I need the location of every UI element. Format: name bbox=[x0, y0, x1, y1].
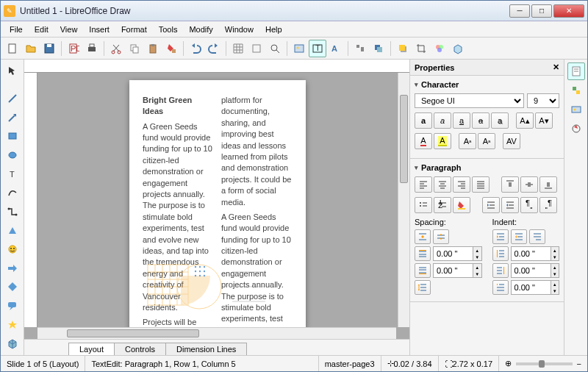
strike-button[interactable]: a bbox=[472, 112, 490, 129]
increase-indent-button[interactable] bbox=[482, 197, 500, 213]
cut-button[interactable] bbox=[107, 40, 125, 57]
menu-edit[interactable]: Edit bbox=[29, 24, 54, 35]
scrollbar-horizontal[interactable] bbox=[37, 327, 396, 339]
extrusion-button[interactable] bbox=[449, 40, 467, 57]
superscript-button[interactable]: Aa bbox=[459, 133, 476, 149]
format-paint-button[interactable] bbox=[162, 40, 180, 57]
image-button[interactable] bbox=[290, 40, 308, 57]
bullets-button[interactable] bbox=[415, 197, 432, 213]
rtl-button[interactable]: ¶ bbox=[539, 197, 557, 213]
menu-window[interactable]: Window bbox=[219, 24, 259, 35]
maximize-button[interactable]: □ bbox=[531, 4, 552, 18]
spacing-decrease-button[interactable] bbox=[433, 229, 449, 244]
sidebar-navigator-icon[interactable] bbox=[567, 120, 585, 137]
char-spacing-button[interactable]: AV bbox=[503, 133, 520, 149]
menu-tools[interactable]: Tools bbox=[153, 24, 184, 35]
zoom-button[interactable] bbox=[266, 40, 284, 57]
curve-tool[interactable] bbox=[4, 184, 21, 201]
align-vcenter-button[interactable] bbox=[520, 176, 538, 193]
ruler-horizontal[interactable] bbox=[24, 60, 409, 73]
properties-close-icon[interactable]: ✕ bbox=[553, 62, 559, 72]
bold-button[interactable]: a bbox=[415, 112, 432, 129]
menu-view[interactable]: View bbox=[54, 24, 84, 35]
tab-controls[interactable]: Controls bbox=[114, 343, 166, 355]
spacing-increase-button[interactable] bbox=[415, 229, 431, 244]
align-center-button[interactable] bbox=[434, 176, 451, 193]
align-justify-button[interactable] bbox=[472, 176, 490, 193]
open-button[interactable] bbox=[22, 40, 40, 57]
ellipse-tool[interactable] bbox=[4, 146, 21, 164]
connector-tool[interactable] bbox=[4, 203, 21, 221]
character-panel-title[interactable]: Character bbox=[415, 80, 559, 89]
sidebar-gallery-icon[interactable] bbox=[567, 101, 585, 118]
block-arrows-tool[interactable] bbox=[4, 260, 21, 277]
bg-color-button[interactable] bbox=[453, 197, 470, 213]
menu-modify[interactable]: Modify bbox=[183, 24, 218, 35]
filter-button[interactable] bbox=[431, 40, 448, 57]
paragraph-panel-title[interactable]: Paragraph bbox=[415, 163, 559, 172]
indent-increase-button[interactable] bbox=[492, 229, 509, 244]
sidebar-styles-icon[interactable] bbox=[567, 82, 585, 99]
grid-button[interactable] bbox=[229, 40, 247, 57]
menu-help[interactable]: Help bbox=[259, 24, 288, 35]
subscript-button[interactable]: Aa bbox=[478, 133, 495, 149]
drawing-canvas[interactable]: Bright Green Ideas A Green Seeds fund wo… bbox=[37, 73, 398, 327]
zoom-slider[interactable]: ⊕ − bbox=[499, 356, 587, 371]
increase-size-button[interactable]: A▴ bbox=[516, 112, 534, 129]
save-button[interactable] bbox=[40, 40, 58, 57]
crop-button[interactable] bbox=[412, 40, 430, 57]
copy-button[interactable] bbox=[126, 40, 143, 57]
menu-insert[interactable]: Insert bbox=[83, 24, 115, 35]
text-tool[interactable]: T bbox=[4, 165, 21, 183]
page[interactable]: Bright Green Ideas A Green Seeds fund wo… bbox=[129, 80, 306, 327]
menu-format[interactable]: Format bbox=[115, 24, 153, 35]
callout-tool[interactable] bbox=[4, 297, 21, 315]
indent-after-input[interactable]: ▲▼ bbox=[511, 263, 560, 278]
textbox-button[interactable]: T bbox=[309, 40, 326, 57]
decrease-indent-button[interactable] bbox=[501, 197, 519, 213]
symbol-shapes-tool[interactable] bbox=[4, 240, 21, 258]
align-right-button[interactable] bbox=[453, 176, 470, 193]
fontwork-button[interactable]: A bbox=[327, 40, 345, 57]
ltr-button[interactable]: ¶ bbox=[520, 197, 538, 213]
font-size-select[interactable]: 9 bbox=[527, 93, 559, 108]
menu-file[interactable]: File bbox=[4, 24, 29, 35]
arrange-button[interactable] bbox=[370, 40, 387, 57]
basic-shapes-tool[interactable] bbox=[4, 222, 21, 240]
align-bottom-button[interactable] bbox=[539, 176, 557, 193]
underline-button[interactable]: a bbox=[453, 112, 470, 129]
align-left-button[interactable] bbox=[415, 176, 432, 193]
scrollbar-vertical[interactable] bbox=[398, 73, 409, 327]
shadow-text-button[interactable]: a bbox=[491, 112, 509, 129]
select-tool[interactable] bbox=[4, 62, 21, 80]
hanging-indent-button[interactable] bbox=[529, 229, 545, 244]
space-above-input[interactable]: ▲▼ bbox=[433, 246, 482, 261]
space-below-input[interactable]: ▲▼ bbox=[433, 263, 482, 278]
rectangle-tool[interactable] bbox=[4, 128, 21, 146]
print-button[interactable] bbox=[83, 40, 101, 57]
font-name-select[interactable]: Segoe UI bbox=[415, 93, 524, 108]
arrow-tool[interactable] bbox=[4, 109, 21, 126]
minimize-button[interactable]: ─ bbox=[509, 4, 530, 18]
numbering-button[interactable]: 12 bbox=[434, 197, 451, 213]
status-master[interactable]: master-page3 bbox=[319, 356, 381, 371]
paste-button[interactable] bbox=[144, 40, 162, 57]
indent-decrease-button[interactable] bbox=[511, 229, 527, 244]
new-button[interactable] bbox=[4, 40, 21, 57]
decrease-size-button[interactable]: A▾ bbox=[535, 112, 553, 129]
ruler-vertical[interactable] bbox=[24, 73, 37, 327]
tab-layout[interactable]: Layout bbox=[68, 343, 115, 355]
align-button[interactable] bbox=[351, 40, 369, 57]
line-tool[interactable] bbox=[4, 90, 21, 107]
indent-first-input[interactable]: ▲▼ bbox=[511, 280, 560, 295]
export-pdf-button[interactable]: PDF bbox=[65, 40, 82, 57]
stars-tool[interactable] bbox=[4, 316, 21, 334]
flowchart-tool[interactable] bbox=[4, 279, 21, 296]
line-spacing-button[interactable] bbox=[415, 280, 431, 295]
sidebar-properties-icon[interactable] bbox=[567, 62, 585, 80]
highlight-color-button[interactable]: A bbox=[434, 133, 451, 149]
3d-objects-tool[interactable] bbox=[4, 335, 21, 352]
redo-button[interactable] bbox=[205, 40, 223, 57]
undo-button[interactable] bbox=[187, 40, 204, 57]
helplines-button[interactable] bbox=[248, 40, 265, 57]
